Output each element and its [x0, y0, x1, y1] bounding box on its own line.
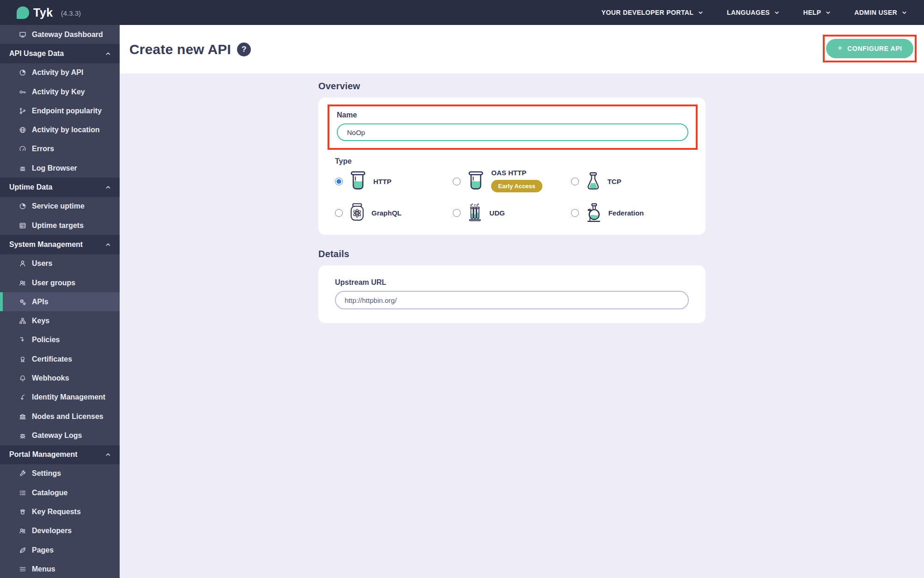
sidebar-item-log-browser[interactable]: Log Browser: [0, 159, 120, 178]
sidebar-section-api-usage-data[interactable]: API Usage Data: [0, 44, 120, 63]
radio-federation[interactable]: [571, 209, 579, 217]
key-icon: [18, 88, 26, 96]
topbar-menu-label: HELP: [803, 9, 821, 16]
user-icon: [18, 260, 26, 268]
sidebar-item-nodes-and-licenses[interactable]: Nodes and Licenses: [0, 407, 120, 426]
sitemap-icon: [18, 317, 26, 325]
sidebar-item-identity-management[interactable]: Identity Management: [0, 388, 120, 407]
sidebar-section-uptime-data[interactable]: Uptime Data: [0, 178, 120, 197]
upstream-url-input[interactable]: [335, 291, 689, 309]
topbar-menu-languages[interactable]: LANGUAGES: [727, 9, 780, 16]
sidebar-item-keys[interactable]: Keys: [0, 311, 120, 330]
name-input[interactable]: [337, 123, 688, 141]
overview-card: Name Type HTTP OAS HTTP Early Access TCP…: [318, 98, 705, 235]
topbar-menu-label: YOUR DEVELOPER PORTAL: [602, 9, 694, 16]
type-option-graphql[interactable]: GraphQL: [335, 202, 453, 224]
leaf-icon: [18, 546, 26, 554]
sidebar-item-label: Nodes and Licenses: [32, 412, 103, 421]
overview-heading: Overview: [318, 81, 924, 92]
table-icon: [18, 221, 26, 229]
sidebar-item-users[interactable]: Users: [0, 254, 120, 273]
type-option-http[interactable]: HTTP: [335, 170, 453, 193]
radio-http[interactable]: [335, 178, 343, 185]
sidebar-item-catalogue[interactable]: Catalogue: [0, 483, 120, 502]
sidebar-item-label: Service uptime: [32, 202, 85, 210]
chevron-down-icon: [698, 10, 704, 16]
sidebar-item-label: Gateway Logs: [32, 431, 82, 440]
sidebar-item-gateway-logs[interactable]: Gateway Logs: [0, 426, 120, 445]
chevron-down-icon: [901, 10, 907, 16]
sidebar-item-label: Identity Management: [32, 393, 105, 401]
configure-api-button[interactable]: + CONFIGURE API: [826, 39, 913, 58]
type-option-federation[interactable]: Federation: [571, 202, 689, 224]
sidebar-item-gateway-dashboard[interactable]: Gateway Dashboard: [0, 25, 120, 44]
configure-button-label: CONFIGURE API: [847, 45, 902, 52]
sidebar-item-label: Pages: [32, 546, 54, 554]
version-label: (4.3.3): [61, 9, 81, 17]
chevron-up-icon: [105, 451, 111, 458]
topbar-menu-label: ADMIN USER: [854, 9, 897, 16]
sidebar-item-apis[interactable]: APIs: [0, 292, 120, 311]
topbar-menu-your-developer-portal[interactable]: YOUR DEVELOPER PORTAL: [602, 9, 704, 16]
users-icon: [18, 279, 26, 287]
page-title: Create new API: [129, 42, 231, 57]
type-option-oas-http[interactable]: OAS HTTP Early Access: [453, 170, 571, 193]
topbar-menus: YOUR DEVELOPER PORTAL LANGUAGES HELP ADM…: [602, 9, 907, 16]
type-option-label: HTTP: [373, 178, 391, 185]
sidebar-item-pages[interactable]: Pages: [0, 541, 120, 560]
sidebar-item-developers[interactable]: Developers: [0, 522, 120, 541]
radio-graphql[interactable]: [335, 209, 343, 217]
type-option-label: TCP: [608, 178, 621, 185]
sidebar-item-settings[interactable]: Settings: [0, 464, 120, 483]
topbar-menu-help[interactable]: HELP: [803, 9, 831, 16]
sidebar-item-label: Webhooks: [32, 374, 69, 382]
sidebar-nav: Gateway DashboardAPI Usage Data Activity…: [0, 25, 120, 578]
tyk-brand: Tyk (4.3.3): [17, 6, 81, 19]
sidebar-item-label: Activity by location: [32, 126, 100, 134]
sidebar-section-system-management[interactable]: System Management: [0, 235, 120, 254]
bug-icon: [18, 164, 26, 172]
sidebar-item-errors[interactable]: Errors: [0, 140, 120, 159]
configure-button-annotation-rect: + CONFIGURE API: [823, 35, 917, 62]
sidebar-section-portal-management[interactable]: Portal Management: [0, 445, 120, 464]
sidebar-item-user-groups[interactable]: User groups: [0, 273, 120, 292]
sidebar-item-activity-by-api[interactable]: Activity by API: [0, 63, 120, 82]
name-label: Name: [337, 111, 688, 119]
pie-chart-icon: [18, 203, 26, 210]
type-option-tcp[interactable]: TCP: [571, 170, 689, 193]
radio-oas-http[interactable]: [453, 178, 461, 185]
sidebar-item-activity-by-key[interactable]: Activity by Key: [0, 82, 120, 101]
sidebar-item-label: Certificates: [32, 355, 72, 363]
sign-in-icon: [18, 394, 26, 401]
sidebar-item-label: Catalogue: [32, 489, 67, 497]
sidebar-item-certificates[interactable]: Certificates: [0, 350, 120, 369]
radio-tcp[interactable]: [571, 178, 579, 185]
sidebar-item-webhooks[interactable]: Webhooks: [0, 369, 120, 387]
details-section: Details Upstream URL: [318, 249, 924, 323]
sidebar-item-label: APIs: [32, 298, 49, 306]
test-tubes-icon: [465, 202, 485, 223]
type-option-udg[interactable]: UDG: [453, 202, 571, 224]
tyk-logo-icon: [17, 6, 29, 19]
sidebar-item-activity-by-location[interactable]: Activity by location: [0, 120, 120, 139]
type-options-row-2: GraphQL UDG Federation: [335, 202, 689, 224]
topbar-menu-admin-user[interactable]: ADMIN USER: [854, 9, 907, 16]
sidebar-item-service-uptime[interactable]: Service uptime: [0, 197, 120, 216]
sidebar-item-key-requests[interactable]: Key Requests: [0, 502, 120, 521]
bell-icon: [18, 374, 26, 382]
bank-icon: [18, 412, 26, 420]
sidebar-item-policies[interactable]: Policies: [0, 331, 120, 350]
code-branch-icon: [18, 107, 26, 115]
sidebar-section-label: System Management: [9, 240, 83, 249]
top-bar: Tyk (4.3.3) YOUR DEVELOPER PORTAL LANGUA…: [0, 0, 924, 25]
sidebar-item-menus[interactable]: Menus: [0, 560, 120, 578]
chevron-down-icon: [774, 10, 780, 16]
sidebar-item-endpoint-popularity[interactable]: Endpoint popularity: [0, 101, 120, 120]
help-icon[interactable]: ?: [237, 43, 251, 56]
type-option-label: Federation: [608, 209, 644, 217]
radio-udg[interactable]: [453, 209, 461, 217]
content-area: Overview Name Type HTTP OAS HTTP Early A…: [120, 74, 924, 578]
sidebar-item-uptime-targets[interactable]: Uptime targets: [0, 216, 120, 235]
gears-icon: [18, 298, 26, 306]
sidebar-item-label: Settings: [32, 469, 61, 478]
